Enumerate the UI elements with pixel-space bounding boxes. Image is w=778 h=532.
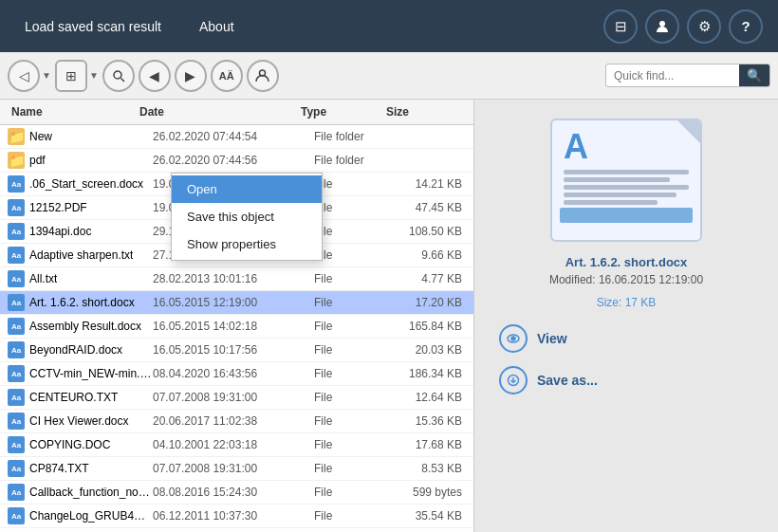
doc-icon: Aa: [8, 507, 25, 524]
doc-icon: Aa: [8, 460, 25, 477]
file-type: File: [314, 486, 399, 499]
preview-big-letter: A: [564, 130, 588, 164]
next-btn[interactable]: ▶: [175, 60, 207, 92]
file-name-cell: 📁 New: [8, 128, 153, 145]
col-date: Date: [136, 103, 297, 120]
file-size: 35.54 KB: [399, 509, 466, 523]
file-date: 16.05.2015 10:17:56: [153, 343, 314, 357]
doc-icon: Aa: [8, 247, 25, 264]
table-row[interactable]: Aa Art. 1.6.2. short.docx 16.05.2015 12:…: [0, 291, 473, 315]
grid-dropdown[interactable]: ⊞ ▼: [55, 60, 99, 92]
preview-size: Size: 17 KB: [597, 296, 657, 309]
back-btn[interactable]: ◁: [8, 60, 40, 92]
file-name-cell: Aa 12152.PDF: [8, 199, 153, 216]
file-type: File folder: [314, 130, 399, 143]
context-menu: OpenSave this objectShow properties: [171, 173, 323, 261]
context-menu-item[interactable]: Show properties: [172, 230, 322, 258]
col-name: Name: [8, 103, 136, 120]
file-size: 47.45 KB: [399, 201, 466, 214]
doc-icon: Aa: [8, 270, 25, 287]
table-row[interactable]: 📁 New 26.02.2020 07:44:54 File folder: [0, 125, 473, 149]
preview-panel: A Art. 1.6.2. short.docx Modified: 16.06…: [474, 100, 778, 532]
grid-view-btn[interactable]: ⊞: [55, 60, 87, 92]
profile-btn[interactable]: [247, 60, 279, 92]
header: Load saved scan result About ⊟ ⚙ ?: [0, 0, 778, 52]
file-size: 9.66 KB: [399, 248, 466, 262]
file-name: CCTV-min_NEW-min.pdf: [29, 367, 153, 380]
prev-btn[interactable]: ◀: [139, 60, 171, 92]
file-date: 08.04.2020 16:43:56: [153, 367, 314, 380]
about-menu-item[interactable]: About: [190, 13, 244, 40]
file-name: CENTEURO.TXT: [29, 391, 118, 404]
table-row[interactable]: Aa CENTEURO.TXT 07.07.2008 19:31:00 File…: [0, 386, 473, 410]
preview-line-1: [564, 170, 689, 174]
doc-icon: Aa: [8, 484, 25, 501]
file-date: 26.02.2020 07:44:54: [153, 130, 314, 143]
file-type: File: [314, 201, 399, 214]
file-size: 14.21 KB: [399, 177, 466, 191]
doc-icon: Aa: [8, 413, 25, 430]
preview-file-icon: A: [550, 119, 702, 242]
table-row[interactable]: Aa Assembly Result.docx 16.05.2015 14:02…: [0, 315, 473, 339]
file-name: COPYING.DOC: [29, 438, 110, 451]
table-row[interactable]: Aa ChangeLog_GRUB4DOS.txt 06.12.2011 10:…: [0, 504, 473, 528]
context-menu-item[interactable]: Save this object: [172, 203, 322, 230]
doc-icon: Aa: [8, 318, 25, 335]
doc-icon: Aa: [8, 436, 25, 453]
save-as-label: Save as...: [537, 373, 598, 388]
file-size: 15.36 KB: [399, 414, 466, 428]
monitor-icon[interactable]: ⊟: [603, 9, 638, 44]
user-icon[interactable]: [645, 9, 679, 44]
save-as-btn[interactable]: Save as...: [490, 364, 763, 396]
file-date: 07.07.2008 19:31:00: [153, 462, 314, 475]
table-row[interactable]: Aa Callback_function_notes.txt 08.08.201…: [0, 481, 473, 504]
file-name-cell: Aa CP874.TXT: [8, 460, 153, 477]
file-type: File: [314, 296, 399, 309]
header-icons: ⊟ ⚙ ?: [603, 9, 763, 44]
settings-icon[interactable]: ⚙: [687, 9, 721, 44]
preview-blue-bar: [560, 208, 693, 223]
file-date: 16.05.2015 12:19:00: [153, 296, 314, 309]
col-size: Size: [382, 103, 449, 120]
back-dropdown[interactable]: ◁ ▼: [8, 60, 51, 92]
table-row[interactable]: Aa COPYING.DOC 04.10.2001 22:03:18 File …: [0, 433, 473, 457]
scan-btn[interactable]: [102, 60, 135, 92]
file-type: File: [314, 177, 399, 191]
preview-modified: Modified: 16.06.2015 12:19:00: [549, 273, 703, 286]
table-row[interactable]: Aa All.txt 28.02.2013 10:01:16 File 4.77…: [0, 267, 473, 291]
search-box: 🔍: [605, 64, 770, 87]
file-name-cell: Aa COPYING.DOC: [8, 436, 153, 453]
file-size: 17.68 KB: [399, 438, 466, 451]
view-btn[interactable]: View: [490, 322, 763, 355]
svg-point-1: [114, 71, 121, 79]
file-date: 07.07.2008 19:31:00: [153, 391, 314, 404]
context-menu-item[interactable]: Open: [172, 175, 322, 203]
table-row[interactable]: Aa Changelog.txt 01.12.2007 01:43:02 Fil…: [0, 528, 473, 531]
file-size: 165.84 KB: [399, 320, 466, 333]
table-row[interactable]: Aa CCTV-min_NEW-min.pdf 08.04.2020 16:43…: [0, 362, 473, 386]
file-date: 28.02.2013 10:01:16: [153, 272, 314, 285]
back-dropdown-arrow[interactable]: ▼: [42, 70, 51, 81]
file-type: File: [314, 248, 399, 262]
help-icon[interactable]: ?: [729, 9, 763, 44]
file-type: File folder: [314, 154, 399, 167]
table-row[interactable]: 📁 pdf 26.02.2020 07:44:56 File folder: [0, 149, 473, 173]
table-row[interactable]: Aa BeyondRAID.docx 16.05.2015 10:17:56 F…: [0, 339, 473, 362]
file-type: File: [314, 438, 399, 451]
file-name: ChangeLog_GRUB4DOS.txt: [29, 509, 153, 523]
grid-dropdown-arrow[interactable]: ▼: [89, 70, 99, 81]
file-type: File: [314, 225, 399, 238]
table-row[interactable]: Aa CI Hex Viewer.docx 20.06.2017 11:02:3…: [0, 410, 473, 433]
file-name: 12152.PDF: [29, 201, 87, 214]
file-date: 20.06.2017 11:02:38: [153, 414, 314, 428]
preview-line-2: [564, 177, 670, 182]
load-saved-menu-item[interactable]: Load saved scan result: [15, 13, 171, 40]
search-submit-btn[interactable]: 🔍: [739, 64, 769, 86]
file-type: File: [314, 391, 399, 404]
file-type: File: [314, 414, 399, 428]
table-row[interactable]: Aa CP874.TXT 07.07.2008 19:31:00 File 8.…: [0, 457, 473, 481]
search-input[interactable]: [606, 65, 739, 86]
view-icon: [499, 324, 528, 353]
text-btn[interactable]: AÄ: [211, 60, 243, 92]
file-size: 186.34 KB: [399, 367, 466, 380]
